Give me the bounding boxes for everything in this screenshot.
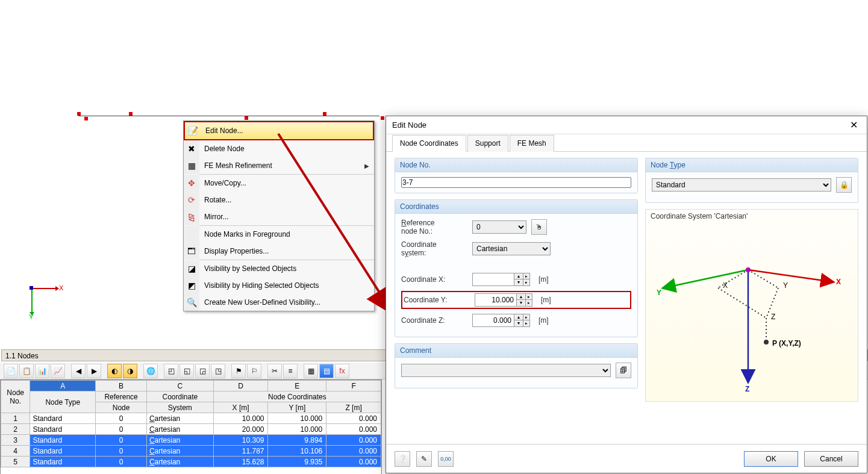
coord-y-stepper[interactable]: ▲▼ ▸▸	[475, 293, 532, 307]
coord-x-stepper[interactable]: ▲▼ ▸▸	[472, 273, 530, 286]
tb-btn-k[interactable]: fx	[335, 364, 349, 378]
cell-type[interactable]: Standard	[30, 413, 96, 424]
cell-y[interactable]: 9.935	[268, 457, 326, 467]
cell-cs[interactable]: Cartesian	[146, 424, 213, 435]
cell-ref[interactable]: 0	[96, 446, 147, 457]
node-marker[interactable]	[77, 112, 81, 116]
cell-y[interactable]: 10.000	[268, 424, 326, 435]
aux-icon[interactable]: ▸	[526, 294, 532, 300]
coord-x-input[interactable]	[472, 273, 514, 286]
col-letter-f[interactable]: F	[326, 381, 381, 391]
node-no-input[interactable]	[401, 177, 631, 188]
row-no[interactable]: 1	[1, 413, 30, 424]
tab-node-coordinates[interactable]: Node Coordinates	[392, 135, 466, 152]
tb-btn-i[interactable]: ▦	[304, 364, 318, 378]
cell-y[interactable]: 9.894	[268, 435, 326, 446]
lock-icon[interactable]: 🔒	[836, 177, 852, 193]
aux-icon[interactable]: ▸	[526, 300, 532, 306]
coord-z-input[interactable]	[472, 314, 514, 327]
aux-icon[interactable]: ▸	[523, 273, 529, 279]
cell-x[interactable]: 20.000	[213, 424, 268, 435]
tb-btn-d[interactable]: ◳	[211, 364, 225, 378]
cell-type[interactable]: Standard	[30, 424, 96, 435]
tb-btn-h[interactable]: ≡	[283, 364, 298, 378]
node-marker[interactable]	[84, 117, 88, 120]
cell-type[interactable]: Standard	[30, 457, 96, 467]
cell-z[interactable]: 0.000	[326, 435, 381, 446]
cell-y[interactable]: 10.106	[268, 446, 326, 457]
tb-btn-hl2[interactable]: ◑	[123, 364, 137, 378]
col-x[interactable]: X [m]	[213, 402, 268, 413]
tb-btn-a[interactable]: ◰	[164, 364, 178, 378]
col-letter-a[interactable]: A	[30, 381, 96, 391]
cell-type[interactable]: Standard	[30, 446, 96, 457]
col-y[interactable]: Y [m]	[268, 402, 326, 413]
table-row[interactable]: 3Standard0Cartesian10.3099.8940.000	[1, 435, 381, 446]
cell-x[interactable]: 11.787	[213, 446, 268, 457]
coord-z-stepper[interactable]: ▲▼ ▸▸	[472, 314, 530, 327]
edit-icon[interactable]: ✎	[416, 451, 432, 467]
cm-visibility-selected[interactable]: ◪ Visibility by Selected Objects	[184, 260, 374, 277]
tb-btn-g[interactable]: ✂	[267, 364, 282, 378]
tb-btn-next[interactable]: ▶	[87, 364, 101, 378]
aux-icon[interactable]: ▸	[523, 314, 529, 320]
tab-fe-mesh[interactable]: FE Mesh	[510, 135, 554, 152]
cell-ref[interactable]: 0	[96, 457, 147, 467]
cell-ref[interactable]: 0	[96, 413, 147, 424]
ref-node-select[interactable]: 0	[472, 220, 526, 234]
cell-y[interactable]: 10.000	[268, 413, 326, 424]
tb-btn-f[interactable]: ⚐	[247, 364, 261, 378]
tb-btn-hl1[interactable]: ◐	[107, 364, 122, 378]
cell-cs[interactable]: Cartesian	[146, 446, 213, 457]
col-reference[interactable]: Reference	[96, 391, 147, 402]
col-node-type[interactable]: Node Type	[30, 391, 96, 413]
tb-btn-j[interactable]: ▤	[319, 364, 334, 378]
tb-btn-e[interactable]: ⚑	[231, 364, 246, 378]
cm-rotate[interactable]: ⟳ Rotate...	[184, 192, 374, 208]
tb-btn-4[interactable]: 📈	[51, 364, 65, 378]
node-type-select[interactable]: Standard	[652, 178, 831, 192]
col-letter-d[interactable]: D	[213, 381, 268, 391]
cm-create-visibility[interactable]: 🔍 Create New User-Defined Visibility...	[184, 294, 374, 311]
table-row[interactable]: 4Standard0Cartesian11.78710.1060.000	[1, 446, 381, 457]
tb-btn-c[interactable]: ◲	[195, 364, 210, 378]
cell-cs[interactable]: Cartesian	[146, 413, 213, 424]
cell-ref[interactable]: 0	[96, 435, 147, 446]
table-row[interactable]: 1Standard0Cartesian10.00010.0000.000	[1, 413, 381, 424]
tb-btn-globe[interactable]: 🌐	[143, 364, 158, 378]
cancel-button[interactable]: Cancel	[804, 451, 858, 467]
col-ref-node[interactable]: Node	[96, 402, 147, 413]
tb-btn-b[interactable]: ◱	[180, 364, 194, 378]
tb-btn-2[interactable]: 📋	[19, 364, 34, 378]
spin-down-icon[interactable]: ▼	[517, 300, 525, 306]
tb-btn-1[interactable]: 📄	[4, 364, 18, 378]
row-no[interactable]: 5	[1, 457, 30, 467]
cell-x[interactable]: 10.309	[213, 435, 268, 446]
table-row[interactable]: 5Standard0Cartesian15.6289.9350.000	[1, 457, 381, 467]
aux-icon[interactable]: ▸	[523, 320, 529, 326]
row-no[interactable]: 3	[1, 435, 30, 446]
row-no[interactable]: 2	[1, 424, 30, 435]
cm-fe-mesh-refinement[interactable]: ▦ FE Mesh Refinement ▶	[184, 157, 374, 174]
col-coord-system[interactable]: Coordinate	[146, 391, 213, 402]
col-z[interactable]: Z [m]	[326, 402, 381, 413]
spin-down-icon[interactable]: ▼	[514, 320, 523, 326]
table-row[interactable]: 2Standard0Cartesian20.00010.0000.000	[1, 424, 381, 435]
coord-y-input[interactable]	[475, 293, 517, 307]
col-letter-b[interactable]: B	[96, 381, 147, 391]
spin-down-icon[interactable]: ▼	[514, 279, 523, 285]
nodes-table[interactable]: Node No. A B C D E F Node Type Reference…	[0, 379, 382, 474]
col-letter-e[interactable]: E	[268, 381, 326, 391]
cell-type[interactable]: Standard	[30, 435, 96, 446]
units-icon[interactable]: 0,00	[438, 451, 454, 467]
cell-x[interactable]: 10.000	[213, 413, 268, 424]
node-marker[interactable]	[245, 116, 248, 120]
cell-z[interactable]: 0.000	[326, 413, 381, 424]
ok-button[interactable]: OK	[744, 451, 798, 467]
cm-node-marks-foreground[interactable]: Node Marks in Foreground	[184, 226, 374, 243]
cell-z[interactable]: 0.000	[326, 446, 381, 457]
spin-up-icon[interactable]: ▲	[514, 314, 523, 320]
pick-node-icon[interactable]: 🖱	[531, 219, 547, 235]
spin-up-icon[interactable]: ▲	[514, 273, 523, 279]
cm-move-copy[interactable]: ✥ Move/Copy...	[184, 175, 374, 192]
